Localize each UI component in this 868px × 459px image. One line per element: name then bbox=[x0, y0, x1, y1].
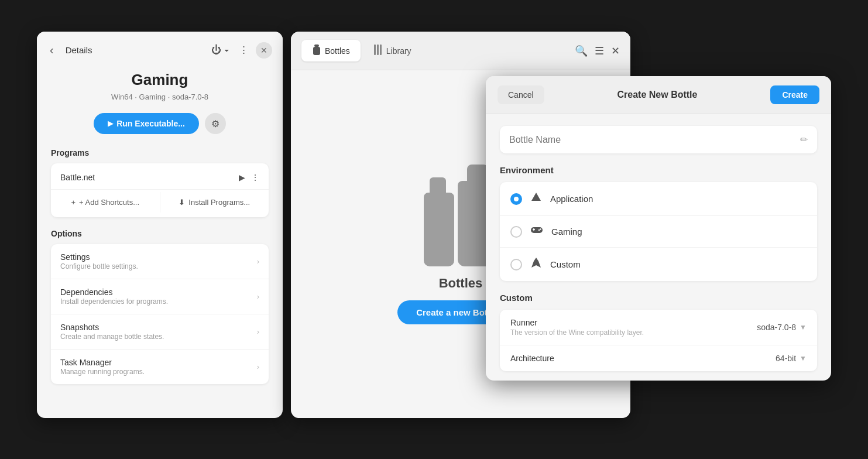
snapshots-option-text: Snapshots Create and manage bottle state… bbox=[60, 323, 164, 341]
snapshots-desc: Create and manage bottle states. bbox=[60, 333, 164, 341]
titlebar-left: ‹ Details bbox=[47, 41, 92, 59]
env-gaming-label: Gaming bbox=[551, 227, 582, 237]
tab-library[interactable]: Library bbox=[363, 40, 422, 61]
program-play-button[interactable]: ▶ bbox=[239, 173, 245, 182]
taskmanager-desc: Manage running programs. bbox=[60, 368, 145, 376]
bottles-tab-icon bbox=[312, 44, 321, 57]
svg-point-9 bbox=[538, 230, 540, 231]
bottle-meta: Win64 · Gaming · soda-7.0-8 bbox=[51, 93, 269, 101]
custom-icon bbox=[530, 257, 542, 272]
snapshots-title: Snapshots bbox=[60, 323, 164, 332]
taskmanager-option-row[interactable]: Task Manager Manage running programs. › bbox=[51, 350, 269, 384]
install-programs-label: Install Programs... bbox=[188, 198, 250, 207]
back-button[interactable]: ‹ bbox=[47, 41, 56, 59]
env-option-gaming[interactable]: Gaming bbox=[500, 216, 817, 248]
architecture-dropdown-icon[interactable]: ▼ bbox=[800, 354, 807, 362]
bottles-tabs: Bottles Library bbox=[301, 40, 422, 61]
runner-row-left: Runner The version of the Wine compatibi… bbox=[510, 318, 644, 337]
hamburger-menu-button[interactable]: ☰ bbox=[595, 44, 604, 57]
svg-rect-1 bbox=[313, 47, 320, 55]
gear-settings-button[interactable]: ⚙ bbox=[205, 113, 226, 134]
bottle-name-input-wrap: ✏ bbox=[500, 126, 817, 153]
dependencies-chevron-icon: › bbox=[257, 292, 259, 301]
options-card: Settings Configure bottle settings. › De… bbox=[51, 244, 269, 384]
env-option-application[interactable]: Application bbox=[500, 182, 817, 216]
program-actions: ▶ ⋮ bbox=[239, 173, 259, 182]
architecture-value: 64-bit bbox=[776, 354, 796, 363]
radio-gaming[interactable] bbox=[510, 226, 522, 238]
gaming-icon bbox=[530, 225, 543, 238]
play-icon: ▶ bbox=[108, 119, 113, 128]
settings-option-text: Settings Configure bottle settings. bbox=[60, 252, 138, 270]
close-details-button[interactable]: ✕ bbox=[256, 42, 272, 59]
more-menu-button[interactable]: ⋮ bbox=[236, 42, 251, 59]
taskmanager-chevron-icon: › bbox=[257, 362, 259, 371]
titlebar-right: ⏻ ▾ ⋮ ✕ bbox=[209, 42, 272, 59]
settings-title: Settings bbox=[60, 252, 138, 262]
dependencies-option-text: Dependencies Install dependencies for pr… bbox=[60, 287, 168, 306]
create-body: ✏ Environment Application bbox=[486, 114, 831, 381]
runner-dropdown-icon[interactable]: ▼ bbox=[800, 323, 807, 331]
bottle-name-input[interactable] bbox=[509, 135, 800, 145]
run-bar: ▶ Run Executable... ⚙ bbox=[51, 113, 269, 134]
arch-row-right: 64-bit ▼ bbox=[776, 354, 807, 363]
details-titlebar: ‹ Details ⏻ ▾ ⋮ ✕ bbox=[37, 32, 283, 66]
svg-rect-4 bbox=[380, 44, 382, 55]
bottle-header: Gaming Win64 · Gaming · soda-7.0-8 bbox=[51, 66, 269, 113]
program-row: Battle.net ▶ ⋮ bbox=[51, 166, 269, 189]
architecture-row: Architecture 64-bit ▼ bbox=[500, 345, 817, 371]
env-application-label: Application bbox=[550, 194, 593, 204]
create-dialog-title: Create New Bottle bbox=[617, 90, 698, 100]
library-tab-icon bbox=[373, 44, 383, 57]
dependencies-desc: Install dependencies for programs. bbox=[60, 297, 168, 306]
bottles-titlebar: Bottles Library 🔍 ☰ ✕ bbox=[291, 32, 630, 70]
dependencies-title: Dependencies bbox=[60, 287, 168, 297]
runner-row: Runner The version of the Wine compatibi… bbox=[500, 310, 817, 345]
runner-row-right: soda-7.0-8 ▼ bbox=[757, 323, 807, 332]
tab-bottles[interactable]: Bottles bbox=[301, 40, 361, 61]
search-button[interactable]: 🔍 bbox=[575, 44, 588, 57]
add-shortcuts-button[interactable]: + + Add Shortcuts... bbox=[51, 192, 160, 213]
bottles-titlebar-right: 🔍 ☰ ✕ bbox=[575, 44, 620, 57]
create-button[interactable]: Create bbox=[770, 85, 819, 104]
add-shortcuts-label: + Add Shortcuts... bbox=[79, 198, 139, 207]
bottle-name-heading: Gaming bbox=[51, 71, 269, 89]
taskmanager-option-text: Task Manager Manage running programs. bbox=[60, 358, 145, 376]
power-button[interactable]: ⏻ ▾ bbox=[209, 42, 232, 59]
architecture-title: Architecture bbox=[510, 354, 554, 363]
options-section-title: Options bbox=[51, 229, 269, 238]
radio-custom[interactable] bbox=[510, 259, 522, 270]
settings-chevron-icon: › bbox=[257, 257, 259, 266]
svg-rect-0 bbox=[314, 44, 319, 47]
details-panel: ‹ Details ⏻ ▾ ⋮ ✕ Gaming Win64 · Gaming … bbox=[37, 32, 283, 418]
svg-marker-5 bbox=[531, 193, 541, 201]
snapshots-chevron-icon: › bbox=[257, 327, 259, 336]
details-body: Gaming Win64 · Gaming · soda-7.0-8 ▶ Run… bbox=[37, 66, 283, 418]
runner-desc: The version of the Wine compatibility la… bbox=[510, 328, 644, 337]
svg-marker-11 bbox=[531, 258, 541, 268]
run-button-label: Run Executable... bbox=[116, 119, 185, 128]
program-name: Battle.net bbox=[60, 173, 95, 182]
dependencies-option-row[interactable]: Dependencies Install dependencies for pr… bbox=[51, 279, 269, 314]
radio-application[interactable] bbox=[510, 193, 522, 205]
settings-option-row[interactable]: Settings Configure bottle settings. › bbox=[51, 244, 269, 279]
program-menu-button[interactable]: ⋮ bbox=[251, 173, 259, 182]
settings-desc: Configure bottle settings. bbox=[60, 262, 138, 270]
snapshots-option-row[interactable]: Snapshots Create and manage bottle state… bbox=[51, 314, 269, 350]
custom-settings-card: Runner The version of the Wine compatibi… bbox=[500, 310, 817, 371]
runner-value: soda-7.0-8 bbox=[757, 323, 796, 332]
options-section: Options Settings Configure bottle settin… bbox=[51, 229, 269, 384]
environment-options-card: Application Gaming bbox=[500, 182, 817, 281]
install-programs-button[interactable]: ⬇ Install Programs... bbox=[160, 192, 269, 213]
create-new-bottle-panel: Cancel Create New Bottle Create ✏ Enviro… bbox=[486, 76, 831, 381]
library-tab-label: Library bbox=[386, 46, 411, 56]
details-panel-title: Details bbox=[66, 45, 92, 55]
download-icon: ⬇ bbox=[179, 198, 185, 207]
close-bottles-button[interactable]: ✕ bbox=[611, 44, 620, 57]
plus-icon: + bbox=[71, 198, 76, 207]
cancel-button[interactable]: Cancel bbox=[498, 85, 544, 104]
svg-point-10 bbox=[540, 228, 541, 230]
env-option-custom[interactable]: Custom bbox=[500, 248, 817, 281]
run-executable-button[interactable]: ▶ Run Executable... bbox=[94, 113, 199, 134]
pencil-icon: ✏ bbox=[800, 134, 808, 145]
